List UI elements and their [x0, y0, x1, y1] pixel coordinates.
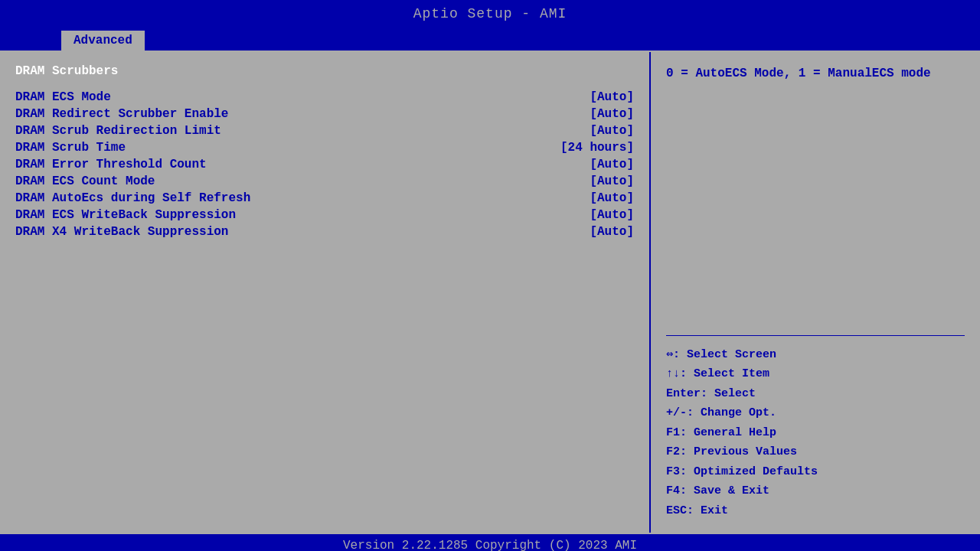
- menu-item[interactable]: DRAM Scrub Redirection Limit[Auto]: [15, 124, 634, 138]
- menu-item-label: DRAM Error Threshold Count: [15, 158, 207, 171]
- right-panel: 0 = AutoECS Mode, 1 = ManualECS mode ⇔: …: [651, 52, 980, 533]
- footer: Version 2.22.1285 Copyright (C) 2023 AMI: [0, 534, 980, 551]
- menu-item-label: DRAM AutoEcs during Self Refresh: [15, 191, 250, 205]
- footer-text: Version 2.22.1285 Copyright (C) 2023 AMI: [343, 539, 637, 551]
- key-help-item: F3: Optimized Defaults: [666, 462, 965, 482]
- section-title: DRAM Scrubbers: [15, 64, 634, 78]
- menu-item-value: [Auto]: [590, 124, 634, 138]
- menu-item[interactable]: DRAM AutoEcs during Self Refresh[Auto]: [15, 191, 634, 205]
- menu-item-label: DRAM ECS Count Mode: [15, 174, 155, 188]
- menu-item-value: [Auto]: [590, 90, 634, 104]
- menu-item-value: [24 hours]: [560, 141, 634, 155]
- menu-item[interactable]: DRAM ECS WriteBack Suppression[Auto]: [15, 208, 634, 222]
- menu-item[interactable]: DRAM ECS Mode[Auto]: [15, 90, 634, 104]
- menu-item-value: [Auto]: [590, 225, 634, 239]
- menu-item-value: [Auto]: [590, 208, 634, 222]
- menu-item[interactable]: DRAM ECS Count Mode[Auto]: [15, 174, 634, 188]
- menu-item-label: DRAM ECS Mode: [15, 90, 111, 104]
- title-bar: Aptio Setup - AMI: [0, 0, 980, 28]
- menu-item-value: [Auto]: [590, 158, 634, 171]
- menu-item-value: [Auto]: [590, 191, 634, 205]
- main-content: DRAM Scrubbers DRAM ECS Mode[Auto]DRAM R…: [0, 51, 980, 534]
- menu-item-value: [Auto]: [590, 107, 634, 121]
- key-help-item: F2: Previous Values: [666, 442, 965, 462]
- menu-item[interactable]: DRAM Error Threshold Count[Auto]: [15, 158, 634, 171]
- key-help-item: ⇔: Select Screen: [666, 345, 965, 365]
- help-text: 0 = AutoECS Mode, 1 = ManualECS mode: [666, 64, 965, 326]
- tab-bar: Advanced: [0, 28, 980, 51]
- key-help-item: ESC: Exit: [666, 501, 965, 521]
- key-help-item: ↑↓: Select Item: [666, 364, 965, 384]
- menu-item[interactable]: DRAM Scrub Time[24 hours]: [15, 141, 634, 155]
- menu-item-value: [Auto]: [590, 174, 634, 188]
- key-help-item: F1: General Help: [666, 423, 965, 443]
- menu-item[interactable]: DRAM X4 WriteBack Suppression[Auto]: [15, 225, 634, 239]
- menu-item[interactable]: DRAM Redirect Scrubber Enable[Auto]: [15, 107, 634, 121]
- menu-item-label: DRAM ECS WriteBack Suppression: [15, 208, 236, 222]
- key-help-list: ⇔: Select Screen↑↓: Select ItemEnter: Se…: [666, 345, 965, 521]
- divider: [666, 335, 965, 336]
- menu-item-label: DRAM Redirect Scrubber Enable: [15, 107, 228, 121]
- app-title: Aptio Setup - AMI: [413, 6, 567, 21]
- left-panel: DRAM Scrubbers DRAM ECS Mode[Auto]DRAM R…: [0, 52, 651, 533]
- key-help-item: Enter: Select: [666, 384, 965, 404]
- key-help-item: +/-: Change Opt.: [666, 403, 965, 423]
- key-help-item: F4: Save & Exit: [666, 481, 965, 501]
- menu-item-label: DRAM Scrub Time: [15, 141, 126, 155]
- advanced-tab[interactable]: Advanced: [61, 31, 145, 51]
- menu-item-label: DRAM X4 WriteBack Suppression: [15, 225, 228, 239]
- menu-item-label: DRAM Scrub Redirection Limit: [15, 124, 221, 138]
- menu-list: DRAM ECS Mode[Auto]DRAM Redirect Scrubbe…: [15, 90, 634, 239]
